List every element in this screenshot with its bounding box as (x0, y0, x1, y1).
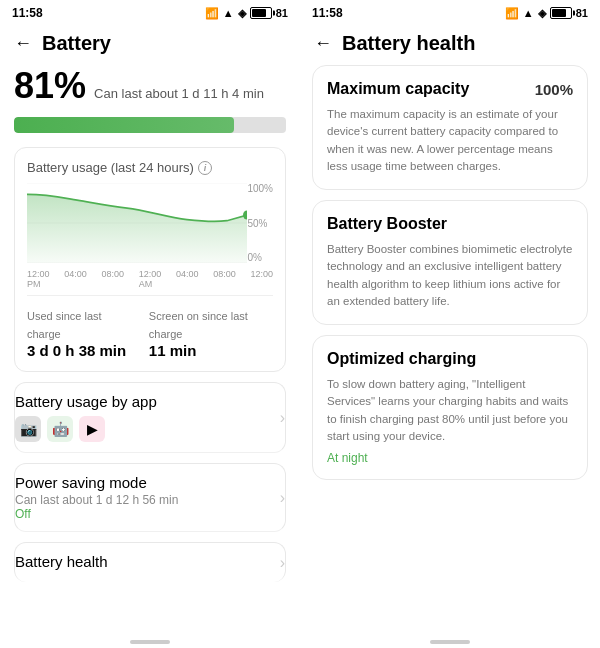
battery-bar (14, 117, 286, 133)
chart-labels-right: 100% 50% 0% (247, 183, 273, 263)
battery-time-remaining: Can last about 1 d 11 h 4 min (94, 86, 264, 101)
usage-card-title: Battery usage (last 24 hours) i (27, 160, 273, 175)
scroll-indicator-right (430, 640, 470, 644)
by-app-title: Battery usage by app (15, 393, 280, 410)
usage-chart-card: Battery usage (last 24 hours) i (14, 147, 286, 372)
battery-percent-status: 81 (276, 7, 288, 19)
right-screen: 11:58 📶 ▲ ◈ 81 ← Battery health Maximum … (300, 0, 600, 648)
battery-booster-desc: Battery Booster combines biomimetic elec… (327, 241, 573, 310)
time-left: 11:58 (12, 6, 43, 20)
status-icons-right: 📶 ▲ ◈ 81 (505, 7, 588, 20)
left-screen: 11:58 📶 ▲ ◈ 81 ← Battery 81% Can last ab… (0, 0, 300, 648)
power-saving-status: Off (15, 507, 280, 521)
max-capacity-header: Maximum capacity 100% (327, 80, 573, 98)
camera-app-icon: 📷 (15, 416, 41, 442)
max-capacity-card: Maximum capacity 100% The maximum capaci… (312, 65, 588, 190)
sim-icon-r: 📶 (505, 7, 519, 20)
battery-booster-card: Battery Booster Battery Booster combines… (312, 200, 588, 325)
scroll-indicator-left (130, 640, 170, 644)
battery-booster-title: Battery Booster (327, 215, 447, 233)
screen-on-value: 11 min (149, 342, 273, 359)
app-icons: 📷 🤖 ▶ (15, 416, 280, 442)
by-app-chevron: › (280, 409, 285, 427)
optimized-charging-desc: To slow down battery aging, "Intelligent… (327, 376, 573, 445)
max-capacity-desc: The maximum capacity is an estimate of y… (327, 106, 573, 175)
page-title-right: Battery health (342, 32, 475, 55)
battery-booster-header: Battery Booster (327, 215, 573, 233)
chart-time-labels: 12:00PM 04:00 08:00 12:00AM 04:00 08:00 … (27, 269, 273, 289)
screen-on-stat: Screen on since last charge 11 min (149, 306, 273, 359)
location-icon: ◈ (238, 7, 246, 20)
battery-percent-status-r: 81 (576, 7, 588, 19)
used-since-value: 3 d 0 h 38 min (27, 342, 129, 359)
location-icon-r: ◈ (538, 7, 546, 20)
page-header-left: ← Battery (0, 24, 300, 65)
max-capacity-title: Maximum capacity (327, 80, 469, 98)
status-bar-right: 11:58 📶 ▲ ◈ 81 (300, 0, 600, 24)
optimized-charging-card: Optimized charging To slow down battery … (312, 335, 588, 480)
optimized-charging-title: Optimized charging (327, 350, 476, 368)
info-icon: i (198, 161, 212, 175)
used-since-label: Used since last charge (27, 310, 102, 340)
back-button-left[interactable]: ← (14, 33, 32, 54)
battery-health-chevron: › (280, 554, 285, 572)
status-icons-left: 📶 ▲ ◈ 81 (205, 7, 288, 20)
battery-health-card[interactable]: Battery health › (14, 542, 286, 582)
status-bar-left: 11:58 📶 ▲ ◈ 81 (0, 0, 300, 24)
back-button-right[interactable]: ← (314, 33, 332, 54)
time-right: 11:58 (312, 6, 343, 20)
sim-icon: 📶 (205, 7, 219, 20)
battery-chart (27, 183, 247, 263)
wifi-icon: ▲ (223, 7, 234, 19)
play-app-icon: ▶ (79, 416, 105, 442)
screen-on-label: Screen on since last charge (149, 310, 248, 340)
battery-by-app-card[interactable]: Battery usage by app 📷 🤖 ▶ › (14, 382, 286, 453)
battery-bar-fill (14, 117, 234, 133)
battery-percent-value: 81% (14, 65, 86, 107)
left-content: 81% Can last about 1 d 11 h 4 min Batter… (0, 65, 300, 634)
optimized-charging-link[interactable]: At night (327, 451, 573, 465)
android-app-icon: 🤖 (47, 416, 73, 442)
battery-status-icon (250, 7, 272, 19)
power-saving-sub: Can last about 1 d 12 h 56 min (15, 493, 280, 507)
used-since-stat: Used since last charge 3 d 0 h 38 min (27, 306, 129, 359)
right-content: Maximum capacity 100% The maximum capaci… (300, 65, 600, 634)
battery-status-icon-r (550, 7, 572, 19)
wifi-icon-r: ▲ (523, 7, 534, 19)
max-capacity-value: 100% (535, 81, 573, 98)
page-header-right: ← Battery health (300, 24, 600, 65)
power-saving-title: Power saving mode (15, 474, 280, 491)
power-saving-card[interactable]: Power saving mode Can last about 1 d 12 … (14, 463, 286, 532)
page-title-left: Battery (42, 32, 111, 55)
battery-percent-row: 81% Can last about 1 d 11 h 4 min (14, 65, 286, 107)
optimized-charging-header: Optimized charging (327, 350, 573, 368)
stats-row: Used since last charge 3 d 0 h 38 min Sc… (27, 306, 273, 359)
chart-area: 100% 50% 0% (27, 183, 273, 263)
battery-health-title: Battery health (15, 553, 280, 570)
power-saving-chevron: › (280, 489, 285, 507)
